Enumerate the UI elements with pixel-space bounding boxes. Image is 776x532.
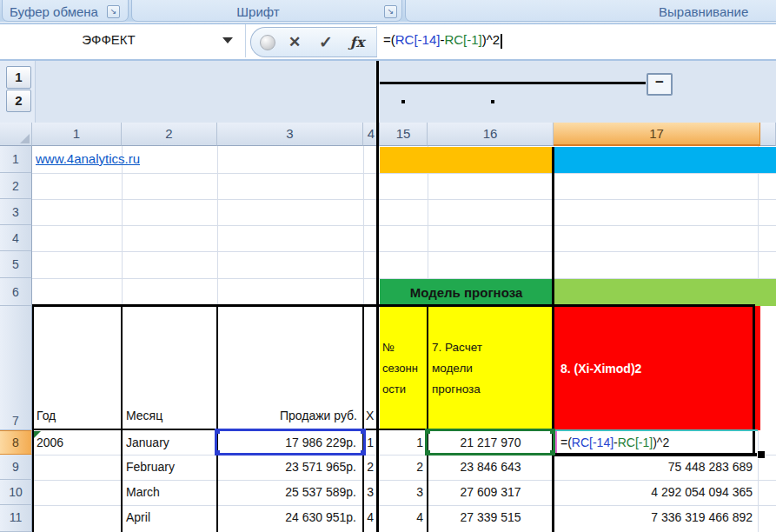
cell-fill-blue-row1[interactable] <box>554 147 776 173</box>
cell-formula-seg: =( <box>560 436 572 449</box>
column-header-15[interactable]: 15 <box>380 123 428 146</box>
collapse-group-button[interactable]: − <box>647 73 673 96</box>
cell-season[interactable]: 3 <box>380 480 423 505</box>
row-header-10[interactable]: 10 <box>0 480 32 505</box>
formula-ref1: RC[-14] <box>395 32 441 47</box>
clipboard-dialog-launcher-icon[interactable]: ↘ <box>107 5 120 18</box>
cell-sq[interactable]: 7 336 319 466 892 <box>556 505 753 530</box>
cell-model[interactable]: 27 609 317 <box>428 480 554 505</box>
cell-x[interactable]: 4 <box>351 505 374 530</box>
formula-input[interactable]: =(RC[-14]-RC[-1])^2 <box>383 32 502 50</box>
cell-sq[interactable]: 4 292 054 094 365 <box>556 480 753 505</box>
gridline <box>32 173 776 174</box>
insert-function-button[interactable]: ƒx <box>345 31 369 54</box>
cell-formula-seg: )^2 <box>653 436 669 449</box>
formula-bar: ЭФФЕКТ ✕ ✓ ƒx =(RC[-14]-RC[-1])^2 <box>0 24 776 61</box>
column-header-partial[interactable] <box>760 123 776 146</box>
header-month-cell[interactable]: Месяц <box>126 409 162 422</box>
outline-dot-icon <box>491 100 494 103</box>
row-header-5[interactable]: 5 <box>0 251 32 278</box>
outline-level-panel: 1 2 <box>0 61 36 123</box>
cell-formula-editing[interactable]: =(RC[-14]-RC[-1])^2 <box>560 430 669 455</box>
cell-season[interactable]: 2 <box>380 455 423 480</box>
gridline <box>32 225 776 226</box>
cell-month[interactable]: April <box>126 505 150 530</box>
cell-sales[interactable]: 25 537 589р. <box>219 480 356 505</box>
table-border-vertical <box>753 306 755 456</box>
select-all-corner[interactable] <box>0 123 32 146</box>
ribbon-strip: Буфер обмена ↘ Шрифт ↘ Выравнивание <box>0 0 776 22</box>
ribbon-group-font: Шрифт ↘ <box>131 0 402 22</box>
row-header-8-selected[interactable]: 8 <box>0 430 32 455</box>
ribbon-group-clipboard: Буфер обмена ↘ <box>2 0 129 22</box>
table-border-vertical <box>121 306 123 532</box>
row-header-11[interactable]: 11 <box>0 505 32 532</box>
column-header-17-selected[interactable]: 17 <box>554 123 760 146</box>
outline-level-1-button[interactable]: 1 <box>6 66 31 89</box>
header-calc-cell[interactable]: 7. Расчет модели прогноза <box>432 306 514 430</box>
text-cursor <box>501 34 502 49</box>
cell-fill-orange-row1[interactable] <box>380 147 554 173</box>
reference-range-green[interactable] <box>425 429 555 456</box>
fill-handle[interactable] <box>757 450 766 459</box>
name-box[interactable]: ЭФФЕКТ <box>0 24 246 57</box>
header-x-cell[interactable]: X <box>366 409 374 422</box>
outline-level-2-button[interactable]: 2 <box>6 90 31 112</box>
cell-month[interactable]: March <box>126 480 160 505</box>
header-season-cell[interactable]: № сезонности <box>382 306 422 430</box>
cell-season[interactable]: 4 <box>380 505 423 530</box>
cell-season[interactable]: 1 <box>380 430 423 455</box>
ribbon-group-alignment-label: Выравнивание <box>659 4 776 20</box>
row-header-1[interactable]: 1 <box>0 146 32 173</box>
cell-sq[interactable]: 75 448 283 689 <box>556 455 753 480</box>
cell-year-2006[interactable]: 2006 <box>36 430 63 455</box>
model-title-cell[interactable]: Модель прогноза <box>380 279 553 306</box>
row-header-4[interactable]: 4 <box>0 225 32 251</box>
formula-ref2: RC[-1] <box>444 32 481 47</box>
font-dialog-launcher-icon[interactable]: ↘ <box>384 5 397 18</box>
column-header-16[interactable]: 16 <box>428 123 554 146</box>
cell-model[interactable]: 23 846 643 <box>428 455 554 480</box>
row-header-3[interactable]: 3 <box>0 199 32 225</box>
ribbon-group-alignment: Выравнивание <box>405 0 776 22</box>
formula-bar-separator <box>376 26 377 57</box>
group-boundary-line <box>376 61 379 532</box>
hyperlink-cell[interactable]: www.4analytics.ru <box>36 151 140 166</box>
row-header-6[interactable]: 6 <box>0 278 32 306</box>
reference-range-blue[interactable] <box>215 429 366 456</box>
column-header-2[interactable]: 2 <box>122 123 217 146</box>
formula-buttons-group: ✕ ✓ ƒx <box>250 27 377 57</box>
row-header-2[interactable]: 2 <box>0 173 32 199</box>
cell-formula-ref1: RC[-14] <box>572 436 614 449</box>
cell-formula-ref2: RC[-1] <box>618 436 653 449</box>
formula-orb-icon <box>260 35 275 50</box>
cell-month[interactable]: February <box>126 455 175 480</box>
cell-model[interactable]: 27 339 515 <box>428 505 554 530</box>
header-year-cell[interactable]: Год <box>36 409 56 422</box>
cell-sales[interactable]: 24 630 951р. <box>219 505 356 530</box>
cell-sales[interactable]: 23 571 965р. <box>219 455 356 480</box>
formula-seg-open: =( <box>383 32 395 47</box>
outline-pane: 1 2 − <box>0 61 776 123</box>
ribbon-group-font-label: Шрифт <box>132 4 384 20</box>
enter-button[interactable]: ✓ <box>314 31 338 54</box>
name-box-value[interactable]: ЭФФЕКТ <box>0 32 217 47</box>
excel-window: Буфер обмена ↘ Шрифт ↘ Выравнивание ЭФФЕ… <box>0 0 776 532</box>
header-sales-cell[interactable]: Продажи руб. <box>217 409 357 422</box>
gridline <box>32 251 776 252</box>
ribbon-group-clipboard-label: Буфер обмена <box>3 4 105 20</box>
cell-x[interactable]: 3 <box>351 480 374 505</box>
name-box-dropdown-icon[interactable] <box>222 37 233 43</box>
column-header-3[interactable]: 3 <box>217 123 363 146</box>
cancel-button[interactable]: ✕ <box>282 31 307 54</box>
cell-x[interactable]: 2 <box>351 455 374 480</box>
row-header-9[interactable]: 9 <box>0 455 32 480</box>
formula-seg-close: )^2 <box>482 32 500 47</box>
table-border-vertical <box>32 306 34 532</box>
column-header-1[interactable]: 1 <box>32 123 122 146</box>
outline-dot-icon <box>401 100 405 103</box>
cell-month[interactable]: January <box>126 430 169 455</box>
cell-fill-lightgreen-row6[interactable] <box>554 279 776 306</box>
header-sq-cell[interactable]: 8. (Xi-Ximod)2 <box>560 306 752 430</box>
row-header-7[interactable]: 7 <box>0 306 32 430</box>
